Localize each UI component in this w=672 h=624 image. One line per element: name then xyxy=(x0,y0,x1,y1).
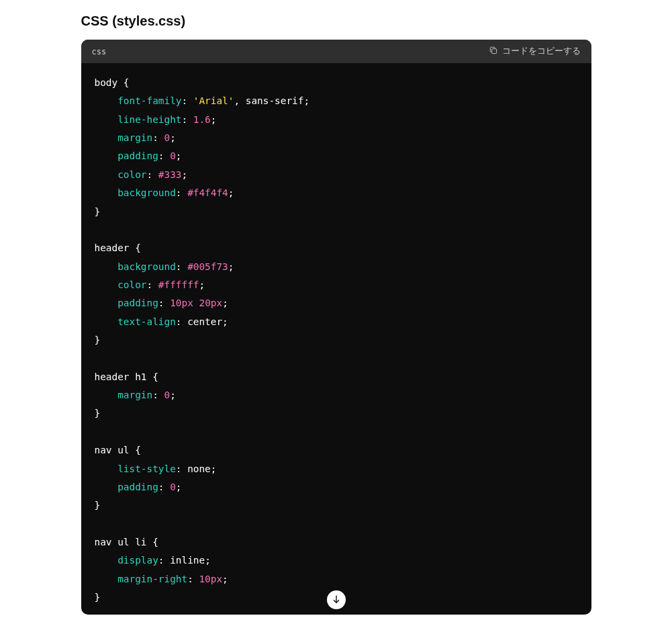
code-token: 1.6 xyxy=(193,114,211,125)
code-token: 20px xyxy=(199,298,222,308)
code-token: background xyxy=(117,187,176,198)
code-token: ; xyxy=(176,482,182,492)
code-token: : xyxy=(187,574,199,584)
code-token: : xyxy=(176,463,187,474)
code-token: ; xyxy=(228,187,234,198)
code-token xyxy=(95,482,118,492)
code-token: ; xyxy=(222,574,228,584)
code-token: } xyxy=(95,206,101,217)
code-token: ; xyxy=(211,114,217,125)
code-token: } xyxy=(95,592,101,603)
code-token xyxy=(95,169,118,180)
code-token: } xyxy=(95,500,101,510)
code-token xyxy=(95,150,118,161)
code-token: margin-right xyxy=(117,574,187,584)
copy-icon xyxy=(489,46,498,57)
code-token: color xyxy=(117,169,146,180)
code-token: 0 xyxy=(170,150,176,161)
code-token: margin xyxy=(117,132,152,143)
copy-code-button[interactable]: コードをコピーする xyxy=(489,46,581,57)
code-token: : xyxy=(152,132,164,143)
code-token: #f4f4f4 xyxy=(187,187,228,198)
code-token: : xyxy=(176,316,187,327)
code-token xyxy=(95,463,118,474)
code-token: : xyxy=(146,169,158,180)
code-token: : xyxy=(158,150,170,161)
code-token: : xyxy=(158,482,170,492)
code-token xyxy=(95,114,118,125)
code-token: ; xyxy=(211,463,217,474)
copy-label: コードをコピーする xyxy=(502,46,581,57)
code-token: } xyxy=(95,408,101,418)
code-token xyxy=(95,574,118,584)
code-token: : xyxy=(152,390,164,400)
code-body: body { font-family: 'Arial', sans-serif;… xyxy=(81,63,591,615)
code-header: css コードをコピーする xyxy=(81,40,591,63)
code-token xyxy=(95,261,118,272)
code-token xyxy=(95,519,101,529)
code-token: : xyxy=(158,555,170,566)
code-token: margin xyxy=(117,390,152,400)
code-token: ; xyxy=(205,555,211,566)
code-token: , sans-serif; xyxy=(234,95,309,106)
code-token: #005f73 xyxy=(187,261,228,272)
code-token: #333 xyxy=(158,169,182,180)
code-token xyxy=(95,555,118,566)
code-token xyxy=(95,353,101,363)
arrow-down-icon xyxy=(331,594,342,607)
code-token: 10px xyxy=(199,574,222,584)
code-token: : xyxy=(181,114,193,125)
code-token: font-family xyxy=(117,95,181,106)
code-token: ; xyxy=(222,298,228,308)
code-token: none xyxy=(187,463,211,474)
code-token: body { xyxy=(95,77,130,88)
code-token: : xyxy=(146,279,158,290)
code-token: ; xyxy=(199,279,205,290)
code-token: 'Arial' xyxy=(193,95,234,106)
code-token: nav ul li { xyxy=(95,537,158,547)
code-token: 0 xyxy=(164,132,170,143)
code-token: list-style xyxy=(117,463,176,474)
code-token: ; xyxy=(222,316,228,327)
code-token xyxy=(95,427,101,437)
code-token: : xyxy=(158,298,170,308)
code-block: css コードをコピーする body { font-family: 'Arial… xyxy=(81,40,591,615)
svg-rect-0 xyxy=(491,49,496,54)
code-token: header { xyxy=(95,242,141,253)
code-token: line-height xyxy=(117,114,181,125)
code-token: : xyxy=(176,261,187,272)
code-token: display xyxy=(117,555,158,566)
code-token: color xyxy=(117,279,146,290)
code-token xyxy=(95,187,118,198)
code-token: ; xyxy=(170,132,176,143)
code-token: header h1 { xyxy=(95,371,158,382)
code-token: #ffffff xyxy=(158,279,199,290)
code-token xyxy=(95,279,118,290)
code-token: } xyxy=(95,335,101,345)
code-token: center xyxy=(187,316,222,327)
code-token: nav ul { xyxy=(95,445,141,455)
code-token: : xyxy=(181,95,193,106)
code-token xyxy=(95,95,118,106)
code-token: : xyxy=(176,187,187,198)
code-token: padding xyxy=(117,150,158,161)
code-token: 10px xyxy=(170,298,193,308)
code-token: padding xyxy=(117,482,158,492)
code-token: text-align xyxy=(117,316,176,327)
code-token xyxy=(95,224,101,235)
code-token: ; xyxy=(170,390,176,400)
code-token: inline xyxy=(170,555,205,566)
code-token: padding xyxy=(117,298,158,308)
code-token: ; xyxy=(228,261,234,272)
code-token: background xyxy=(117,261,176,272)
code-content: body { font-family: 'Arial', sans-serif;… xyxy=(95,74,578,607)
code-token: ; xyxy=(181,169,187,180)
code-token: ; xyxy=(176,150,182,161)
code-token xyxy=(95,316,118,327)
language-label: css xyxy=(92,47,107,56)
scroll-down-button[interactable] xyxy=(327,590,346,609)
section-heading: CSS (styles.css) xyxy=(81,13,591,29)
code-token: 0 xyxy=(164,390,170,400)
code-token xyxy=(95,298,118,308)
code-token: 0 xyxy=(170,482,176,492)
